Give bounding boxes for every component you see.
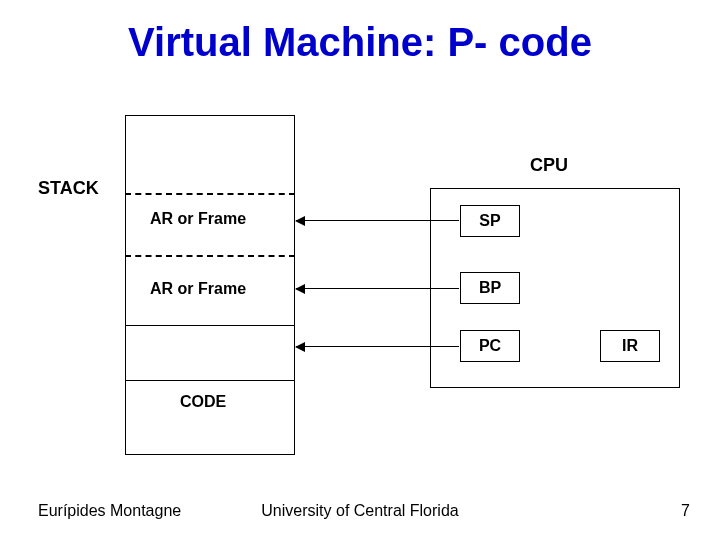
register-ir: IR — [600, 330, 660, 362]
arrow-bp — [296, 288, 459, 289]
stack-solid-divider — [125, 380, 295, 381]
register-bp: BP — [460, 272, 520, 304]
slide-title: Virtual Machine: P- code — [0, 0, 720, 65]
footer-page-number: 7 — [681, 502, 690, 520]
stack-dashed-divider — [125, 193, 295, 195]
diagram-area: STACK AR or Frame AR or Frame CODE CPU S… — [0, 100, 720, 460]
register-sp: SP — [460, 205, 520, 237]
stack-solid-divider — [125, 325, 295, 326]
cpu-label: CPU — [530, 155, 568, 176]
footer-org: University of Central Florida — [0, 502, 720, 520]
arrow-pc — [296, 346, 459, 347]
stack-dashed-divider — [125, 255, 295, 257]
code-label: CODE — [180, 393, 226, 411]
frame-label-2: AR or Frame — [150, 280, 246, 298]
arrow-sp — [296, 220, 459, 221]
frame-label-1: AR or Frame — [150, 210, 246, 228]
stack-label: STACK — [38, 178, 99, 199]
register-pc: PC — [460, 330, 520, 362]
